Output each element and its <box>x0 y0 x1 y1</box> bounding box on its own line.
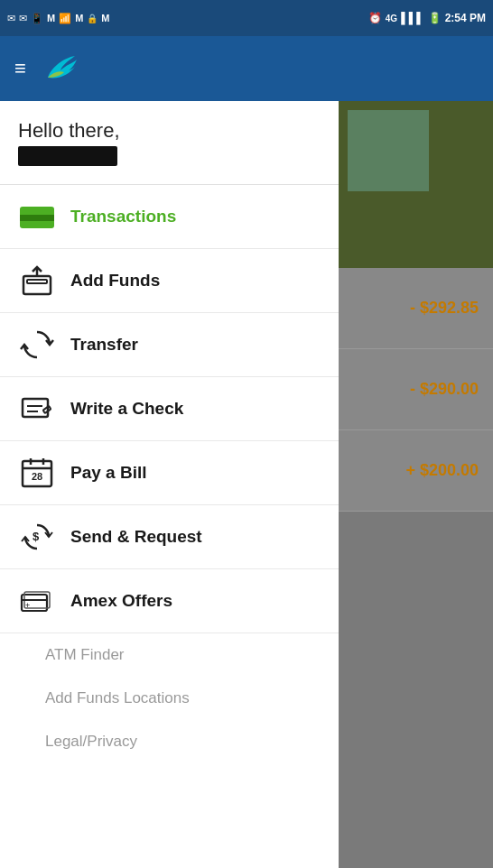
sidebar: Hello there, Transactions <box>0 101 339 868</box>
sidebar-item-transactions[interactable]: Transactions <box>0 185 339 249</box>
add-funds-locations-label: Add Funds Locations <box>45 689 190 707</box>
content-area: Hello there, Transactions <box>0 101 493 868</box>
amex-offers-icon: + <box>18 584 56 618</box>
transaction-amount: - $292.85 <box>410 299 479 318</box>
sidebar-item-add-funds[interactable]: Add Funds <box>0 249 339 313</box>
sidebar-item-atm-finder[interactable]: ATM Finder <box>0 633 339 677</box>
lock-icon: 🔒 <box>87 14 98 23</box>
account-card-preview <box>348 110 429 191</box>
atm-finder-label: ATM Finder <box>45 646 125 664</box>
sidebar-item-add-funds-locations[interactable]: Add Funds Locations <box>0 677 339 720</box>
add-funds-icon <box>18 263 56 298</box>
right-top-area <box>339 101 493 268</box>
pay-bill-icon: 28 <box>18 456 56 490</box>
gmail-icon: M <box>47 13 55 23</box>
network-icon: 4G <box>386 14 397 23</box>
right-panel: - $292.85 - $290.00 + $200.00 <box>339 101 493 868</box>
svg-text:$: $ <box>33 530 40 543</box>
sidebar-item-transfer[interactable]: Transfer <box>0 313 339 377</box>
email2-icon: ✉ <box>19 13 27 24</box>
write-check-icon <box>18 392 56 426</box>
device-icon: 📱 <box>31 13 43 24</box>
status-icons-left: ✉ ✉ 📱 M 📶 M 🔒 M <box>7 13 110 24</box>
transaction-amount: - $290.00 <box>410 380 479 399</box>
add-funds-label: Add Funds <box>70 271 160 291</box>
transfer-label: Transfer <box>70 335 138 355</box>
svg-rect-3 <box>23 399 48 417</box>
main-menu: Transactions Add Funds <box>0 185 339 633</box>
transfer-icon <box>18 328 56 362</box>
transaction-item[interactable]: + $200.00 <box>339 430 493 512</box>
app-header: ≡ <box>0 36 493 101</box>
transaction-list: - $292.85 - $290.00 + $200.00 <box>339 268 493 868</box>
alarm-icon: ⏰ <box>368 12 382 24</box>
send-request-icon: $ <box>18 520 56 554</box>
svg-text:+: + <box>25 601 30 610</box>
svg-text:28: 28 <box>32 471 42 482</box>
greeting-text: Hello there, <box>18 119 321 143</box>
amex-offers-label: Amex Offers <box>70 591 172 611</box>
sidebar-item-amex-offers[interactable]: + Amex Offers <box>0 569 339 633</box>
transactions-label: Transactions <box>70 207 176 226</box>
app-logo <box>41 49 80 88</box>
transaction-item[interactable]: - $290.00 <box>339 349 493 430</box>
status-bar: ✉ ✉ 📱 M 📶 M 🔒 M ⏰ 4G ▌▌▌ 🔋 2:54 PM <box>0 0 493 36</box>
transaction-item[interactable]: - $292.85 <box>339 268 493 349</box>
status-icons-right: ⏰ 4G ▌▌▌ 🔋 2:54 PM <box>368 12 486 24</box>
sidebar-item-write-a-check[interactable]: Write a Check <box>0 377 339 441</box>
gmail3-icon: M <box>101 13 109 23</box>
signal-icon: ▌▌▌ <box>401 12 424 24</box>
sidebar-item-pay-a-bill[interactable]: 28 Pay a Bill <box>0 441 339 505</box>
write-check-label: Write a Check <box>70 399 183 419</box>
sidebar-item-send-request[interactable]: $ Send & Request <box>0 505 339 569</box>
sidebar-item-legal-privacy[interactable]: Legal/Privacy <box>0 720 339 763</box>
user-section: Hello there, <box>0 101 339 185</box>
username-redacted <box>18 146 117 166</box>
battery-icon: 🔋 <box>428 12 442 24</box>
transaction-amount: + $200.00 <box>405 461 479 480</box>
email-icon: ✉ <box>7 13 15 24</box>
send-request-label: Send & Request <box>70 527 202 547</box>
hamburger-menu-button[interactable]: ≡ <box>14 57 26 80</box>
svg-rect-1 <box>27 280 47 283</box>
gmail2-icon: M <box>75 13 83 23</box>
wifi-icon: 📶 <box>59 13 71 24</box>
pay-bill-label: Pay a Bill <box>70 463 147 483</box>
transactions-icon <box>18 199 56 234</box>
time-display: 2:54 PM <box>445 12 486 24</box>
legal-privacy-label: Legal/Privacy <box>45 733 137 751</box>
